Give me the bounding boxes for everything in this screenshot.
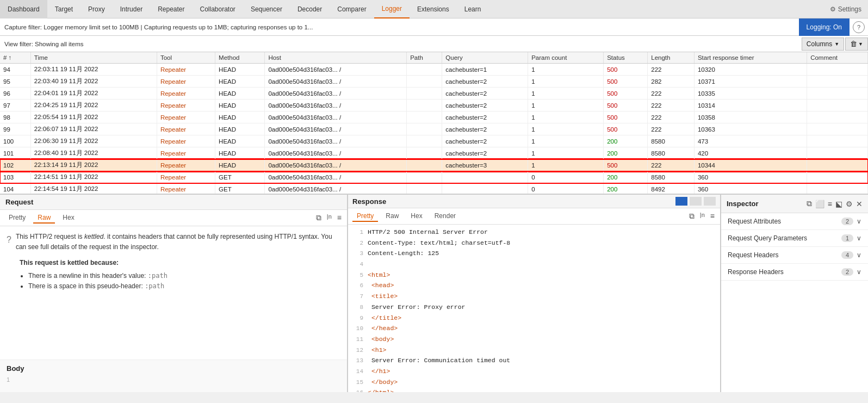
request-tabs-bar: Pretty Raw Hex ⧉ |n ≡ bbox=[0, 210, 347, 226]
tab-response-render[interactable]: Render bbox=[430, 211, 460, 222]
settings-button[interactable]: ⚙ Settings bbox=[821, 1, 868, 17]
tab-request-pretty[interactable]: Pretty bbox=[4, 213, 30, 224]
request-pane: Request Pretty Raw Hex ⧉ |n ≡ ? This HTT… bbox=[0, 195, 348, 392]
inspector-section-row[interactable]: Response Headers2∨ bbox=[721, 264, 868, 280]
col-header-timer[interactable]: Start response timer bbox=[694, 52, 807, 64]
inspector-icon-1[interactable]: ⧉ bbox=[807, 199, 812, 208]
inspector-section-row[interactable]: Request Query Parameters1∨ bbox=[721, 230, 868, 246]
trash-button[interactable]: 🗑 ▼ bbox=[845, 38, 868, 51]
line-content: Server Error: Communication timed out bbox=[368, 357, 510, 364]
nav-logger[interactable]: Logger bbox=[374, 0, 410, 18]
log-table: # ↑ Time Tool Method Host Path Query Par… bbox=[0, 52, 868, 194]
nav-repeater[interactable]: Repeater bbox=[150, 0, 192, 18]
response-line: 8 Server Error: Proxy error bbox=[352, 302, 716, 313]
tab-response-pretty[interactable]: Pretty bbox=[352, 211, 378, 222]
line-content: HTTP/2 500 Internal Server Error bbox=[368, 228, 488, 235]
table-row[interactable]: 9522:03:40 19 11月 2022RepeaterHEAD0ad000… bbox=[0, 76, 868, 88]
columns-button[interactable]: Columns ▼ bbox=[802, 38, 844, 51]
table-row[interactable]: 9622:04:01 19 11月 2022RepeaterHEAD0ad000… bbox=[0, 88, 868, 100]
response-line: 9 </title> bbox=[352, 313, 716, 324]
inspector-section-row[interactable]: Request Attributes2∨ bbox=[721, 213, 868, 230]
col-header-status[interactable]: Status bbox=[604, 52, 648, 64]
response-wordwrap-icon[interactable]: |n bbox=[699, 210, 706, 222]
tab-request-hex[interactable]: Hex bbox=[58, 213, 78, 224]
menu-icon[interactable]: ≡ bbox=[336, 212, 343, 224]
single-pane-icon[interactable] bbox=[704, 197, 716, 206]
table-row[interactable]: 9922:06:07 19 11月 2022RepeaterHEAD0ad000… bbox=[0, 123, 868, 135]
line-content: </body> bbox=[368, 379, 398, 386]
table-row[interactable]: 9722:04:25 19 11月 2022RepeaterHEAD0ad000… bbox=[0, 100, 868, 111]
response-line: 10 </head> bbox=[352, 323, 716, 334]
inspector-section-count: 4 bbox=[841, 251, 853, 259]
body-line-num: 1 bbox=[7, 376, 10, 383]
inspector-section-label: Response Headers bbox=[728, 268, 841, 276]
line-number: 16 bbox=[352, 388, 363, 392]
kettled-text: This HTTP/2 request is kettled. it conta… bbox=[16, 232, 340, 252]
tab-request-raw[interactable]: Raw bbox=[33, 213, 55, 224]
inspector-split-icon[interactable]: ⬕ bbox=[835, 200, 842, 208]
inspector-section-count: 2 bbox=[841, 218, 853, 225]
response-line: 2Content-Type: text/html; charset=utf-8 bbox=[352, 238, 716, 249]
nav-comparer[interactable]: Comparer bbox=[330, 0, 374, 18]
col-header-tool[interactable]: Tool bbox=[157, 52, 215, 64]
nav-proxy[interactable]: Proxy bbox=[80, 0, 113, 18]
nav-collaborator[interactable]: Collaborator bbox=[193, 0, 243, 18]
split-horizontal-icon[interactable] bbox=[675, 197, 687, 206]
inspector-section: Response Headers2∨ bbox=[721, 264, 868, 281]
tab-response-hex[interactable]: Hex bbox=[406, 211, 426, 222]
col-header-method[interactable]: Method bbox=[215, 52, 265, 64]
line-content: Content-Type: text/html; charset=utf-8 bbox=[368, 239, 510, 246]
table-row[interactable]: 9422:03:11 19 11月 2022RepeaterHEAD0ad000… bbox=[0, 64, 868, 76]
response-line: 4 bbox=[352, 259, 716, 270]
response-menu-icon[interactable]: ≡ bbox=[709, 210, 716, 222]
split-vertical-icon[interactable] bbox=[690, 197, 702, 206]
response-pane-title: Response bbox=[352, 197, 386, 206]
inspector-icon-2[interactable]: ⬜ bbox=[815, 200, 824, 208]
col-header-num[interactable]: # ↑ bbox=[0, 52, 30, 64]
inspector-section: Request Attributes2∨ bbox=[721, 213, 868, 230]
table-row[interactable]: 10022:06:30 19 11月 2022RepeaterHEAD0ad00… bbox=[0, 135, 868, 147]
logging-button[interactable]: Logging: On bbox=[799, 18, 850, 36]
col-header-length[interactable]: Length bbox=[648, 52, 695, 64]
col-header-param-count[interactable]: Param count bbox=[528, 52, 604, 64]
nav-decoder[interactable]: Decoder bbox=[290, 0, 330, 18]
nav-learn[interactable]: Learn bbox=[457, 0, 489, 18]
nav-dashboard[interactable]: Dashboard bbox=[0, 0, 47, 18]
table-row[interactable]: 10222:13:14 19 11月 2022RepeaterHEAD0ad00… bbox=[0, 159, 868, 171]
capture-filter-bar: Capture filter: Logger memory limit set … bbox=[0, 18, 868, 36]
nav-sequencer[interactable]: Sequencer bbox=[243, 0, 290, 18]
response-line: 13 Server Error: Communication timed out bbox=[352, 355, 716, 366]
bottom-panes: Request Pretty Raw Hex ⧉ |n ≡ ? This HTT… bbox=[0, 194, 868, 392]
tab-response-raw[interactable]: Raw bbox=[381, 211, 403, 222]
word-wrap-icon[interactable]: |n bbox=[326, 212, 333, 224]
nav-intruder[interactable]: Intruder bbox=[113, 0, 150, 18]
table-row[interactable]: 10322:14:51 19 11月 2022RepeaterGET0ad000… bbox=[0, 171, 868, 183]
help-icon[interactable]: ? bbox=[853, 21, 865, 33]
inspector-caret-icon: ∨ bbox=[857, 218, 861, 225]
nav-extensions[interactable]: Extensions bbox=[410, 0, 457, 18]
copy-icon[interactable]: ⧉ bbox=[315, 212, 323, 224]
response-line: 15 </body> bbox=[352, 377, 716, 388]
response-content: 1HTTP/2 500 Internal Server Error2Conten… bbox=[348, 225, 720, 392]
line-number: 5 bbox=[352, 270, 363, 281]
inspector-section-row[interactable]: Request Headers4∨ bbox=[721, 247, 868, 263]
table-row[interactable]: 9822:05:54 19 11月 2022RepeaterHEAD0ad000… bbox=[0, 111, 868, 123]
inspector-close-icon[interactable]: ✕ bbox=[856, 200, 863, 208]
inspector-title: Inspector bbox=[727, 200, 807, 208]
response-copy-icon[interactable]: ⧉ bbox=[688, 210, 696, 222]
col-header-path[interactable]: Path bbox=[407, 52, 442, 64]
table-row[interactable]: 10122:08:40 19 11月 2022RepeaterHEAD0ad00… bbox=[0, 147, 868, 159]
nav-target[interactable]: Target bbox=[47, 0, 80, 18]
inspector-align-icon[interactable]: ≡ bbox=[828, 200, 832, 208]
col-header-host[interactable]: Host bbox=[265, 52, 407, 64]
line-content: Server Error: Proxy error bbox=[368, 303, 465, 311]
col-header-query[interactable]: Query bbox=[442, 52, 528, 64]
line-number: 3 bbox=[352, 249, 363, 259]
col-header-time[interactable]: Time bbox=[30, 52, 157, 64]
bullet-1: There is a newline in this header's valu… bbox=[28, 271, 340, 281]
table-row[interactable]: 10422:14:54 19 11月 2022RepeaterGET0ad000… bbox=[0, 183, 868, 194]
inspector-settings-icon[interactable]: ⚙ bbox=[846, 200, 853, 208]
col-header-comment[interactable]: Comment bbox=[807, 52, 868, 64]
response-line: 1HTTP/2 500 Internal Server Error bbox=[352, 227, 716, 238]
line-number: 8 bbox=[352, 302, 363, 313]
